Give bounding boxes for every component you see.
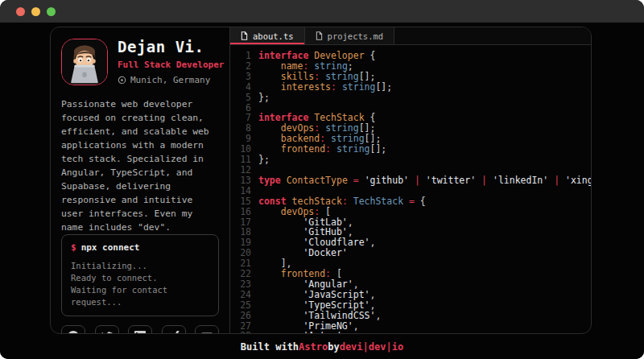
profile-panel: Dejan Vi. Full Stack Developer Munich, G… xyxy=(51,27,230,333)
memoji-avatar-icon xyxy=(62,39,107,85)
profile-role: Full Stack Developer xyxy=(118,60,219,70)
terminal-command: $npx connect xyxy=(71,242,209,253)
linkedin-link-button[interactable] xyxy=(128,325,152,334)
code-line: 11}; xyxy=(230,155,591,165)
line-number: 3 xyxy=(230,72,251,82)
profile-location: Munich, Germany xyxy=(118,75,219,85)
footer-text: Built with xyxy=(241,341,299,353)
tab-label: projects.md xyxy=(328,31,384,41)
tab-label: about.ts xyxy=(253,31,294,41)
line-number: 16 xyxy=(230,207,251,217)
close-window-icon[interactable] xyxy=(16,7,25,16)
editor-tab-bar: about.tsprojects.md xyxy=(230,27,591,45)
avatar xyxy=(61,39,108,85)
editor-panel: about.tsprojects.md 1interface Developer… xyxy=(230,27,591,333)
profile-name: Dejan Vi. xyxy=(118,38,219,56)
line-number: 13 xyxy=(230,175,251,186)
app-window: Dejan Vi. Full Stack Developer Munich, G… xyxy=(0,0,644,359)
line-number: 12 xyxy=(230,165,251,175)
line-number: 28 xyxy=(230,331,251,333)
terminal-output-line: Initializing... xyxy=(71,260,209,272)
terminal-prompt: $ xyxy=(71,242,76,253)
minimize-window-icon[interactable] xyxy=(31,7,40,16)
line-number: 23 xyxy=(230,279,251,290)
profile-bio: Passionate web developer focused on crea… xyxy=(61,97,219,234)
xing-link-button[interactable] xyxy=(162,325,186,334)
file-icon xyxy=(241,31,248,40)
email-link-button[interactable] xyxy=(195,325,219,334)
twitter-link-button[interactable] xyxy=(95,325,119,334)
profile-identity: Dejan Vi. Full Stack Developer Munich, G… xyxy=(118,38,219,85)
tab-projects-md[interactable]: projects.md xyxy=(305,27,395,44)
terminal-output-line: Ready to connect. xyxy=(71,272,209,284)
line-number: 14 xyxy=(230,186,251,196)
line-number: 2 xyxy=(230,61,251,72)
code-line: 13type ContactType = 'github' | 'twitter… xyxy=(230,175,591,186)
line-number: 15 xyxy=(230,196,251,207)
code-line: 10 frontend: string[]; xyxy=(230,144,591,155)
location-pin-icon xyxy=(118,76,126,85)
line-number: 26 xyxy=(230,311,251,321)
terminal-command-text: npx connect xyxy=(81,242,140,253)
terminal-output-line: Waiting for contact request... xyxy=(71,284,209,308)
code-line-content: interests: string[]; xyxy=(258,82,392,93)
terminal-box: $npx connect Initializing...Ready to con… xyxy=(61,234,219,316)
line-number: 5 xyxy=(230,93,251,103)
github-link-button[interactable] xyxy=(61,325,85,334)
code-line-content: }; xyxy=(258,155,270,165)
code-line: 5}; xyxy=(230,93,591,103)
code-line: 28 'Astro', xyxy=(230,331,591,333)
footer-credit: Built with Astro by devi|dev|io xyxy=(0,334,644,359)
code-line-content: 'Astro', xyxy=(258,331,348,333)
line-number: 1 xyxy=(230,51,251,61)
maximize-window-icon[interactable] xyxy=(47,7,56,16)
file-icon xyxy=(316,31,323,40)
window-titlebar xyxy=(0,0,644,23)
code-line: 4 interests: string[]; xyxy=(230,82,591,93)
main-container: Dejan Vi. Full Stack Developer Munich, G… xyxy=(50,27,592,334)
footer-accent-text[interactable]: Astro xyxy=(299,341,328,353)
terminal-output: Initializing...Ready to connect.Waiting … xyxy=(71,260,209,308)
profile-header: Dejan Vi. Full Stack Developer Munich, G… xyxy=(61,38,219,85)
social-links-row xyxy=(61,325,219,334)
line-number: 25 xyxy=(230,300,251,311)
footer-accent-text[interactable]: devi|dev|io xyxy=(340,341,403,353)
footer-text: by xyxy=(328,341,339,353)
location-text: Munich, Germany xyxy=(130,75,210,85)
line-number: 22 xyxy=(230,269,251,279)
line-number: 4 xyxy=(230,82,251,93)
line-number: 24 xyxy=(230,290,251,300)
code-line-content: type ContactType = 'github' | 'twitter' … xyxy=(258,175,591,186)
code-area[interactable]: 1interface Developer {2 name: string;3 s… xyxy=(230,45,591,333)
code-line-content: }; xyxy=(258,93,270,103)
tab-about-ts[interactable]: about.ts xyxy=(230,27,305,44)
code-line-content: frontend: string[]; xyxy=(258,144,386,155)
